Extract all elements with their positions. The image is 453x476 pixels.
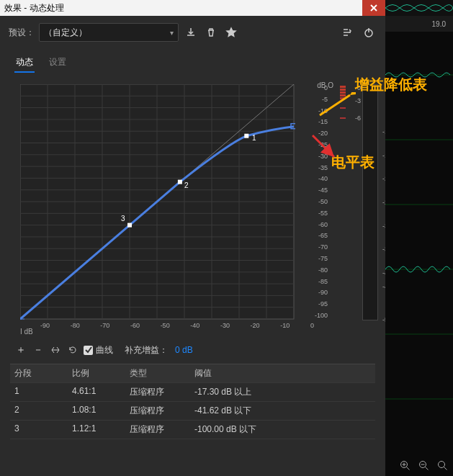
makeup-gain-label: 补充增益：	[125, 344, 168, 356]
svg-text:1: 1	[252, 134, 256, 142]
chevron-down-icon: ▾	[170, 29, 174, 37]
trash-icon	[205, 27, 217, 38]
zoom-in-icon	[400, 460, 411, 472]
window-titlebar[interactable]: 效果 - 动态处理	[0, 0, 385, 16]
favorite-button[interactable]	[223, 24, 239, 40]
add-point-button[interactable]: ＋	[14, 343, 27, 356]
delete-preset-button[interactable]	[203, 24, 219, 40]
preset-dropdown[interactable]: （自定义） ▾	[39, 23, 179, 42]
zoom-fit-button[interactable]	[436, 459, 450, 473]
table-row[interactable]: 31.12:1压缩程序-100.00 dB 以下	[10, 421, 375, 439]
preset-value: （自定义）	[44, 27, 87, 39]
zoom-out-button[interactable]	[417, 459, 431, 473]
table-row[interactable]: 21.08:1压缩程序-41.62 dB 以下	[10, 402, 375, 421]
zoom-fit-icon	[437, 460, 449, 472]
x-axis-labels: -90-80-70-60-50-40-30-20-100	[20, 322, 314, 329]
reset-icon	[68, 345, 78, 355]
time-ruler[interactable]: 19.0	[385, 16, 453, 32]
svg-line-58	[313, 135, 334, 157]
preset-label: 预设：	[9, 27, 35, 39]
flip-icon	[50, 345, 60, 355]
routing-button[interactable]	[339, 24, 355, 40]
routing-icon	[341, 27, 353, 38]
waveform-preview	[385, 0, 453, 16]
download-icon	[185, 27, 197, 38]
table-row[interactable]: 14.61:1压缩程序-17.30 dB 以上	[10, 383, 375, 402]
arrow-icon	[308, 131, 340, 163]
arrow-icon	[315, 92, 356, 121]
effect-panel: 预设： （自定义） ▾	[0, 16, 386, 476]
svg-text:3: 3	[121, 215, 125, 223]
remove-point-button[interactable]: －	[32, 343, 45, 356]
zoom-out-icon	[418, 460, 430, 472]
svg-rect-47	[385, 32, 453, 457]
check-icon	[85, 346, 92, 354]
invert-button[interactable]	[49, 343, 62, 356]
dynamics-graph[interactable]: 3 2 1	[20, 84, 295, 323]
svg-point-56	[439, 462, 445, 468]
reset-button[interactable]	[66, 343, 79, 356]
power-button[interactable]	[361, 24, 377, 40]
timeline-pane: 19.0	[385, 16, 453, 476]
segments-table: 分段比例类型阈值 14.61:1压缩程序-17.30 dB 以上 21.08:1…	[10, 364, 375, 439]
track-waveform[interactable]	[385, 32, 453, 457]
spline-label: 曲线	[96, 344, 113, 356]
tab-dynamics[interactable]: 动态	[14, 53, 35, 73]
svg-rect-32	[127, 223, 132, 228]
table-header: 分段比例类型阈值	[10, 364, 375, 383]
svg-line-57	[320, 95, 350, 115]
tab-settings[interactable]: 设置	[48, 53, 68, 73]
svg-text:2: 2	[184, 181, 189, 189]
svg-rect-34	[178, 180, 182, 184]
svg-rect-41	[340, 89, 346, 91]
save-preset-button[interactable]	[183, 24, 199, 40]
window-title: 效果 - 动态处理	[4, 2, 64, 14]
star-icon	[225, 27, 237, 38]
makeup-gain-value[interactable]: 0 dB	[175, 345, 193, 355]
close-button[interactable]	[362, 0, 385, 16]
level-meter: 0 -5 -10 -15 -20 -25 -30 -35 -40 -42 -50	[362, 84, 378, 320]
power-icon	[363, 27, 374, 38]
svg-rect-40	[340, 86, 346, 88]
svg-rect-36	[244, 134, 248, 138]
zoom-in-button[interactable]	[398, 459, 413, 473]
spline-checkbox[interactable]: 曲线	[84, 344, 113, 356]
